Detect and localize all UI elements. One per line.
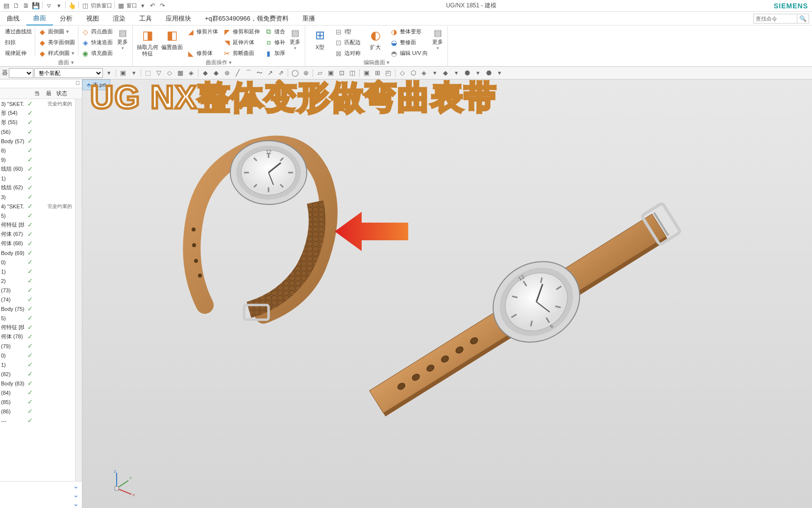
tree-row[interactable]: 0)✓ [0,257,75,267]
menu-view[interactable]: 视图 [79,12,106,25]
surface-ops-more-btn[interactable]: ▤ 更多 ▾ [288,26,302,51]
tb-line-icon[interactable]: ╱ [233,68,243,78]
tb-icon[interactable]: ⊡ [337,68,346,78]
qat-undo-icon[interactable]: 🜄 [45,1,53,10]
tree-row[interactable]: 线组 (60)✓ [0,164,75,174]
tree-row[interactable]: 8)✓ [0,146,75,155]
collapse-row[interactable]: ⌄ [0,499,82,508]
tb-icon[interactable]: ▣ [362,68,371,78]
tb-icon[interactable]: ▣ [326,68,336,78]
patch-btn[interactable]: ⧈修补 [263,37,287,48]
trim-body-btn[interactable]: ◣修剪体 [185,48,220,58]
tb-circle-icon[interactable]: ◯ [290,68,300,78]
tree-row[interactable]: 5)✓ [0,211,75,220]
qat-open-icon[interactable]: 🗎 [22,1,30,10]
tb-icon[interactable]: ◈ [186,68,196,78]
tree-row[interactable]: 4) "SKET...✓完全约束的 [0,202,75,211]
extend-sheet-btn[interactable]: ◥延伸片体 [221,37,262,48]
tb-plus-icon[interactable]: ⊕ [301,68,311,78]
qat-new-icon[interactable]: 🗋 [12,1,21,10]
menu-app-module[interactable]: 应用模块 [159,12,198,25]
face-blend-btn[interactable]: ◆面倒圆▾ [36,26,77,37]
tree-row[interactable]: 2)✓ [0,276,75,285]
qat-window-icon[interactable]: ◫ [81,1,90,10]
tree-row[interactable]: (74)✓ [0,295,75,304]
command-search-input[interactable] [753,14,797,24]
tb-icon[interactable]: ⬢ [462,68,472,78]
tb-icon[interactable]: ◇ [165,68,174,78]
feature-tree[interactable]: 3) "SKET...✓完全约束的形 (54)✓形 (55)✓(56)✓Body… [0,99,75,481]
qat-dropdown-icon[interactable]: ▾ [54,1,63,10]
3d-viewport[interactable]: ⬘ 表.prt UG NX整体变形做弯曲表带 [82,79,812,508]
tb-face-icon[interactable]: ▣ [118,68,128,78]
tree-row[interactable]: 何特征 [线...✓ [0,220,75,229]
trim-extend-btn[interactable]: ◤修剪和延伸 [221,26,262,37]
aesthetic-blend-btn[interactable]: ◆美学面倒圆 [36,37,77,48]
style-blend-btn[interactable]: ◆样式倒圆▾ [36,48,77,58]
tree-row[interactable]: (82)✓ [0,369,75,379]
tb-icon[interactable]: ▱ [315,68,325,78]
enlarge-btn[interactable]: ◐ 扩大 [364,26,387,51]
menu-curve[interactable]: 曲线 [0,12,26,25]
tb-icon[interactable]: ▾ [451,68,461,78]
qat-redo-icon[interactable]: ↷ [158,1,167,10]
assembly-combo[interactable]: 整个装配 [34,68,103,78]
tree-row[interactable]: (86)✓ [0,406,75,416]
tb-icon[interactable]: ◫ [347,68,357,78]
tree-row[interactable]: 3) "SKET...✓完全约束的 [0,99,75,108]
fill-surface-btn[interactable]: ◉填充曲面 [79,48,115,58]
tb-icon[interactable]: ⬣ [484,68,493,78]
four-point-surface-btn[interactable]: ◇四点曲面 [79,26,115,37]
sew-btn[interactable]: ⧉缝合 [263,26,287,37]
tb-icon[interactable]: ▾ [473,68,483,78]
window-dropdown-icon[interactable]: ▾ [138,1,147,10]
tb-icon[interactable]: ⬡ [408,68,418,78]
window-btn[interactable]: 窗口 [126,1,137,10]
x-form-btn[interactable]: ⊞ X型 [308,26,332,51]
menu-render[interactable]: 渲染 [106,12,132,25]
offset-surface-btn[interactable]: ◧ 偏置曲面 [160,26,184,51]
tb-icon[interactable]: ⊕ [222,68,232,78]
qat-touch-icon[interactable]: 👆 [68,1,76,10]
switch-window-btn[interactable]: 切换窗口 [91,1,112,10]
tb-icon[interactable]: ▦ [175,68,185,78]
trim-sheet-btn[interactable]: ◢修剪片体 [185,26,220,37]
qat-layout-icon[interactable]: ▦ [117,1,125,10]
filter-combo[interactable] [9,68,33,78]
edit-surface-more-btn[interactable]: ▤ 更多 ▾ [431,26,444,51]
tree-row[interactable]: (79)✓ [0,341,75,351]
tb-icon[interactable]: ▾ [430,68,440,78]
tb-icon[interactable]: ▾ [104,68,114,78]
tree-row[interactable]: 何体 (68)✓ [0,239,75,248]
qat-save-icon[interactable]: 💾 [31,1,40,10]
menu-surface[interactable]: 曲面 [26,12,53,25]
thicken-btn[interactable]: ▮加厚 [263,48,287,58]
tree-row[interactable]: (85)✓ [0,397,75,406]
collapse-row[interactable]: ⌄ [0,490,82,499]
tree-row[interactable]: (84)✓ [0,388,75,397]
tb-icon[interactable]: ▾ [129,68,139,78]
sweep-btn[interactable]: 扫掠 [3,37,34,48]
edit-uv-btn[interactable]: ◓编辑 U/V 向 [388,48,430,58]
tree-row[interactable]: 线组 (62)✓ [0,183,75,192]
cut-surface-btn[interactable]: ✂剪断曲面 [221,48,262,58]
i-form-btn[interactable]: ⊟I型 [333,26,363,37]
tree-row[interactable]: 1)✓ [0,360,75,369]
menu-analysis[interactable]: 分析 [53,12,79,25]
menu-replay[interactable]: 重播 [295,12,322,25]
tb-icon[interactable]: ◆ [211,68,221,78]
tree-row[interactable]: Body (83)✓ [0,379,75,388]
tb-icon[interactable]: ⇗ [276,68,286,78]
tb-icon[interactable]: ◰ [383,68,393,78]
tree-row[interactable]: 何特征 [线...✓ [0,323,75,332]
global-deform-btn[interactable]: ◑整体变形 [388,26,430,37]
tb-icon[interactable]: ↗ [265,68,275,78]
match-edge-btn[interactable]: ⊡匹配边 [333,37,363,48]
tb-filter-icon[interactable]: ▽ [154,68,164,78]
tb-icon[interactable]: ◆ [441,68,450,78]
tree-row[interactable]: (56)✓ [0,127,75,136]
tb-icon[interactable]: ◆ [200,68,210,78]
tb-arc-icon[interactable]: ⌒ [244,68,253,78]
tree-row[interactable]: 3)✓ [0,192,75,202]
menu-qq-group[interactable]: +q群653490966，领免费资料 [198,12,295,25]
